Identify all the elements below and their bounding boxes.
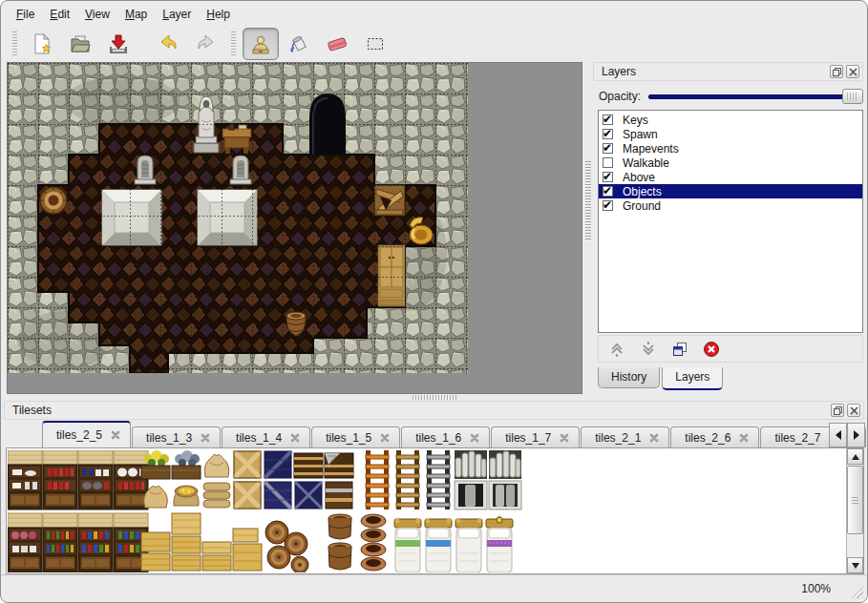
map-viewport[interactable] <box>7 62 582 394</box>
fill-tool-button[interactable] <box>281 28 317 60</box>
scroll-tabs-right-button[interactable] <box>847 423 865 447</box>
tile-ladder <box>427 450 450 509</box>
tilesets-dock-titlebar[interactable]: Tilesets <box>4 401 864 420</box>
move-layer-down-button[interactable] <box>638 339 659 360</box>
layer-name: Spawn <box>623 128 658 141</box>
float-dock-button[interactable] <box>831 404 844 417</box>
select-tool-button[interactable] <box>357 28 393 60</box>
layer-row-walkable[interactable]: Walkable <box>599 156 862 170</box>
close-tab-icon[interactable] <box>111 430 120 440</box>
map-canvas[interactable] <box>8 63 468 373</box>
layer-name: Above <box>623 171 655 184</box>
close-tab-icon[interactable] <box>649 433 659 443</box>
tileset-tab-tiles_1_3[interactable]: tiles_1_3 <box>132 426 221 447</box>
layer-row-spawn[interactable]: Spawn <box>599 127 862 141</box>
tileset-tab-tiles_1_5[interactable]: tiles_1_5 <box>311 426 400 447</box>
tab-history[interactable]: History <box>598 367 660 388</box>
tile-crate-dark <box>295 482 322 509</box>
vertical-splitter[interactable] <box>584 62 592 394</box>
tileset-tab-tiles_1_7[interactable]: tiles_1_7 <box>491 426 580 447</box>
move-layer-up-icon <box>608 341 625 358</box>
opacity-slider-groove[interactable] <box>648 94 863 99</box>
horizontal-splitter-handle[interactable] <box>413 395 456 400</box>
tileset-tab-label: tiles_1_3 <box>146 431 192 445</box>
tile-stone-door <box>455 450 487 509</box>
layer-name: Objects <box>623 185 662 198</box>
menu-layer[interactable]: Layer <box>155 5 199 24</box>
resize-grip[interactable] <box>847 582 863 598</box>
menu-help[interactable]: Help <box>199 5 238 24</box>
new-map-button[interactable] <box>24 28 60 60</box>
layer-visibility-checkbox[interactable] <box>603 200 613 211</box>
map-grid-overlay <box>8 63 468 373</box>
layer-visibility-checkbox[interactable] <box>603 186 613 197</box>
close-panel-icon <box>849 405 859 416</box>
eraser-tool-button[interactable] <box>319 28 355 60</box>
tab-layers[interactable]: Layers <box>662 367 723 390</box>
menu-view[interactable]: View <box>77 5 117 24</box>
menu-file[interactable]: File <box>9 5 42 24</box>
tile-sack <box>204 454 229 477</box>
dock-tabbar: History Layers <box>598 367 725 392</box>
tileset-image[interactable] <box>8 450 523 572</box>
layer-row-ground[interactable]: Ground <box>599 198 862 213</box>
save-button[interactable] <box>100 28 137 60</box>
scroll-down-button[interactable] <box>847 557 863 573</box>
toolbar-drag-handle-2[interactable] <box>231 31 236 56</box>
tile-barrel <box>328 514 351 539</box>
tileset-scrollbar[interactable] <box>846 448 863 573</box>
menu-map[interactable]: Map <box>117 5 155 24</box>
tileset-tab-tiles_2_6[interactable]: tiles_2_6 <box>670 426 759 447</box>
tile-bed <box>486 515 513 572</box>
scrollbar-thumb[interactable] <box>847 466 863 534</box>
redo-button[interactable] <box>188 28 224 60</box>
arrow-down-icon <box>852 563 859 569</box>
opacity-slider[interactable] <box>648 89 863 104</box>
tileset-tabbar: tiles_2_5 tiles_1_3 tiles_1_4 tiles_1_5 … <box>4 421 866 447</box>
layer-row-above[interactable]: Above <box>599 170 862 184</box>
tileset-tab-tiles_1_6[interactable]: tiles_1_6 <box>401 426 490 447</box>
tileset-tab-tiles_2_1[interactable]: tiles_2_1 <box>581 426 669 447</box>
move-layer-up-button[interactable] <box>606 339 627 360</box>
open-button[interactable] <box>62 28 98 60</box>
layer-visibility-checkbox[interactable] <box>603 157 613 168</box>
stamp-tool-button[interactable] <box>243 28 279 60</box>
layer-visibility-checkbox[interactable] <box>603 143 613 154</box>
layer-visibility-checkbox[interactable] <box>603 129 613 139</box>
close-tab-icon[interactable] <box>739 433 749 443</box>
scroll-tabs-left-button[interactable] <box>829 423 847 447</box>
close-tab-icon[interactable] <box>560 433 569 443</box>
vertical-splitter-handle[interactable] <box>585 161 591 241</box>
menu-edit[interactable]: Edit <box>42 5 77 24</box>
tileset-tab-label: tiles_1_6 <box>415 431 461 445</box>
move-layer-down-icon <box>640 341 657 358</box>
horizontal-splitter[interactable] <box>1 394 868 401</box>
layer-visibility-checkbox[interactable] <box>603 114 613 125</box>
arrow-right-icon <box>854 430 859 440</box>
tileset-tab-tiles_2_5[interactable]: tiles_2_5 <box>42 421 131 447</box>
layer-visibility-checkbox[interactable] <box>603 172 613 182</box>
layer-name: Walkable <box>623 156 669 170</box>
toolbar-drag-handle[interactable] <box>12 31 17 56</box>
scroll-up-button[interactable] <box>847 448 863 465</box>
close-tab-icon[interactable] <box>201 433 210 443</box>
opacity-slider-handle[interactable] <box>842 89 863 104</box>
tileset-tab-tiles_1_4[interactable]: tiles_1_4 <box>222 426 310 447</box>
close-dock-button[interactable] <box>847 404 860 417</box>
undo-button[interactable] <box>150 28 186 60</box>
float-dock-button[interactable] <box>830 65 843 78</box>
close-tab-icon[interactable] <box>290 433 300 443</box>
layer-row-keys[interactable]: Keys <box>599 113 862 127</box>
layer-row-mapevents[interactable]: Mapevents <box>599 141 862 156</box>
close-tab-icon[interactable] <box>470 433 479 443</box>
close-tab-icon[interactable] <box>380 433 390 443</box>
layer-row-objects[interactable]: Objects <box>599 184 862 198</box>
tileset-palette[interactable] <box>6 447 864 574</box>
close-dock-button[interactable] <box>846 65 859 78</box>
delete-layer-button[interactable] <box>701 339 722 360</box>
tilesets-dock: Tilesets tiles_2_5 tiles_1_3 <box>4 401 866 576</box>
layers-dock-titlebar[interactable]: Layers <box>593 62 863 81</box>
tile-crate <box>234 482 261 509</box>
tileset-tab-label: tiles_1_7 <box>505 431 551 445</box>
duplicate-layer-button[interactable] <box>669 339 690 360</box>
